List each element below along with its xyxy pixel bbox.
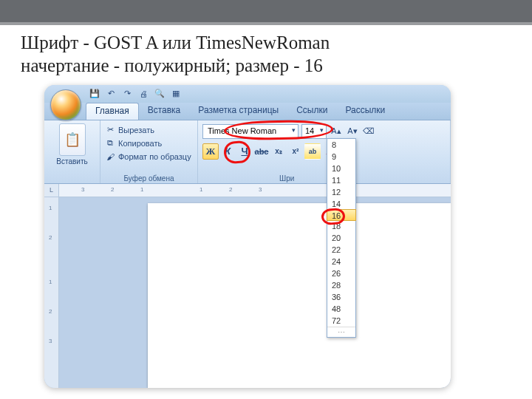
grow-font-icon: A▴ (331, 126, 341, 136)
format-painter-button[interactable]: 🖌 Формат по образцу (105, 150, 193, 163)
shrink-font-button[interactable]: A▾ (346, 125, 359, 138)
size-option-22[interactable]: 22 (327, 244, 355, 256)
font-name-combo[interactable]: Times New Roman (202, 124, 299, 139)
clear-format-button[interactable]: ⌫ (362, 125, 375, 138)
vertical-ruler: 1 2 1 2 3 (44, 197, 59, 388)
clipboard-group-label: Буфер обмена (100, 174, 197, 183)
dropdown-more: ⋯ (327, 327, 355, 337)
size-option-12[interactable]: 12 (327, 186, 355, 198)
copy-label: Копировать (118, 139, 162, 148)
size-option-16[interactable]: 16 (327, 209, 356, 221)
paste-button[interactable]: 📋 (59, 123, 86, 156)
strike-button[interactable]: abc (253, 143, 270, 160)
superscript-button[interactable]: x² (287, 143, 304, 160)
highlight-button[interactable]: ab (304, 143, 321, 160)
tab-home[interactable]: Главная (86, 103, 139, 120)
document-area: 1 2 1 2 3 (44, 197, 451, 388)
save-icon[interactable]: 💾 (89, 88, 100, 100)
scissors-icon: ✂ (105, 125, 115, 134)
heading-line-1: Шрифт - GOST A или TimesNewRoman (21, 31, 511, 54)
size-option-14[interactable]: 14 (327, 198, 355, 210)
paste-group: 📋 Вставить (44, 120, 100, 183)
eraser-icon: ⌫ (363, 126, 375, 136)
tab-page-layout[interactable]: Разметка страницы (189, 103, 287, 120)
grow-font-button[interactable]: A▴ (330, 125, 343, 138)
size-option-20[interactable]: 20 (327, 232, 355, 244)
ruler-ticks: 3 2 1 1 2 3 (59, 184, 451, 197)
format-painter-label: Формат по образцу (118, 152, 191, 161)
clipboard-group: ✂ Вырезать ⧉ Копировать 🖌 Формат по обра… (100, 120, 198, 183)
cut-label: Вырезать (118, 126, 154, 134)
size-option-26[interactable]: 26 (327, 267, 355, 279)
print-icon[interactable]: 🖨 (137, 88, 149, 100)
brush-icon: 🖌 (105, 152, 115, 161)
quick-access-toolbar: 💾 ↶ ↷ 🖨 🔍 ▦ (44, 85, 451, 103)
size-option-28[interactable]: 28 (327, 279, 355, 291)
size-option-18[interactable]: 18 (327, 220, 355, 232)
font-group: Times New Roman 14 A▴ A▾ ⌫ Ж К Ч abc x₂ … (198, 120, 451, 183)
bold-button[interactable]: Ж (202, 143, 219, 160)
slide-top-bar (0, 0, 532, 25)
office-button[interactable] (50, 89, 81, 120)
redo-icon[interactable]: ↷ (121, 88, 133, 100)
cut-button[interactable]: ✂ Вырезать (105, 123, 193, 137)
document-page[interactable] (148, 203, 451, 388)
size-option-9[interactable]: 9 (327, 151, 355, 163)
shrink-font-icon: A▾ (347, 126, 357, 136)
size-option-11[interactable]: 11 (327, 174, 355, 186)
underline-button[interactable]: Ч (236, 143, 253, 160)
horizontal-ruler: L 3 2 1 1 2 3 (44, 184, 451, 197)
tab-mailings[interactable]: Рассылки (336, 103, 394, 120)
size-option-10[interactable]: 10 (327, 163, 355, 174)
font-group-label: Шри (198, 174, 450, 183)
font-size-combo[interactable]: 14 (301, 124, 327, 139)
ruler-corner: L (44, 184, 59, 197)
ribbon: 📋 Вставить ✂ Вырезать ⧉ Копировать 🖌 Фор… (44, 120, 451, 184)
ribbon-tabs: Главная Вставка Разметка страницы Ссылки… (44, 103, 451, 120)
size-option-72[interactable]: 72 (327, 315, 355, 327)
undo-icon[interactable]: ↶ (105, 88, 117, 100)
copy-icon: ⧉ (105, 138, 115, 148)
subscript-button[interactable]: x₂ (270, 143, 287, 160)
word-screenshot: 💾 ↶ ↷ 🖨 🔍 ▦ Главная Вставка Разметка стр… (44, 85, 451, 388)
tab-references[interactable]: Ссылки (287, 103, 336, 120)
clipboard-icon: 📋 (64, 132, 81, 148)
tab-insert[interactable]: Вставка (139, 103, 190, 120)
size-option-48[interactable]: 48 (327, 303, 355, 315)
size-option-8[interactable]: 8 (327, 139, 355, 151)
heading-line-2: начертание - полужирный; размер - 16 (21, 54, 511, 77)
heading-text: Шрифт - GOST A или TimesNewRoman начерта… (0, 25, 532, 85)
italic-button[interactable]: К (219, 143, 236, 160)
table-icon[interactable]: ▦ (170, 88, 182, 100)
paste-label: Вставить (56, 157, 87, 166)
copy-button[interactable]: ⧉ Копировать (105, 137, 193, 150)
preview-icon[interactable]: 🔍 (154, 88, 166, 100)
font-size-dropdown[interactable]: 891011121416182022242628364872⋯ (327, 138, 356, 338)
size-option-36[interactable]: 36 (327, 291, 355, 303)
size-option-24[interactable]: 24 (327, 256, 355, 267)
